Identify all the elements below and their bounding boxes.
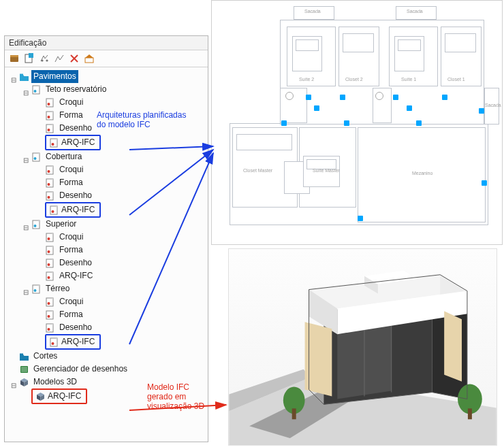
tree-item-label[interactable]: Croqui xyxy=(57,163,85,176)
svg-point-28 xyxy=(34,157,37,160)
svg-rect-41 xyxy=(33,220,40,229)
svg-point-40 xyxy=(52,210,54,213)
tree-item-label[interactable]: Desenho xyxy=(57,321,94,334)
tree-item[interactable]: ⊟Pavimentos xyxy=(9,70,206,83)
tree-item[interactable]: ⊞Croqui xyxy=(9,163,206,176)
tree-item-label[interactable]: ARQ-IFC xyxy=(59,335,97,348)
tree-item-label[interactable]: Forma xyxy=(57,308,85,321)
tree-item[interactable]: ⊞Forma xyxy=(9,244,206,256)
tree-item[interactable]: ⊞ARQ-IFC xyxy=(9,202,206,218)
svg-rect-62 xyxy=(46,311,53,319)
tree-item[interactable]: ⊞ARQ-IFC xyxy=(9,269,206,282)
svg-point-55 xyxy=(48,276,50,279)
label-sacada-l: Sacada xyxy=(304,9,321,14)
tree-item-label[interactable]: Forma xyxy=(57,244,85,256)
svg-rect-11 xyxy=(33,86,40,94)
tree-item-label[interactable]: Desenho xyxy=(57,122,94,135)
sheet-plain-icon xyxy=(45,191,55,201)
tree-item[interactable]: ⊞Gerenciador de desenhos xyxy=(9,363,206,376)
tree-item[interactable]: ⊞Croqui xyxy=(9,231,206,244)
sheet-red-icon xyxy=(45,233,55,242)
svg-point-49 xyxy=(48,250,50,253)
tree-item-label[interactable]: ARQ-IFC xyxy=(46,390,83,403)
expander-icon[interactable]: ⊟ xyxy=(22,86,29,93)
svg-point-5 xyxy=(46,59,48,61)
svg-rect-17 xyxy=(46,112,53,120)
svg-rect-56 xyxy=(33,285,40,293)
sheet-plain-icon xyxy=(45,271,55,281)
label-mezanino: Mezanino xyxy=(412,171,432,176)
toolbar-btn-1[interactable] xyxy=(9,53,20,64)
expander-icon[interactable]: ⊟ xyxy=(22,154,29,161)
tree-item[interactable]: ⊞ARQ-IFC xyxy=(9,135,206,150)
sheet-blue-icon xyxy=(31,152,42,162)
svg-rect-99 xyxy=(468,408,472,419)
svg-rect-26 xyxy=(33,153,40,161)
tree-item-label[interactable]: Teto reservatório xyxy=(44,83,108,96)
expander-icon[interactable]: ⊟ xyxy=(10,73,17,80)
tree-item[interactable]: ⊟Cobertura xyxy=(9,150,206,163)
expander-icon[interactable]: ⊟ xyxy=(22,286,29,293)
svg-rect-32 xyxy=(46,179,53,187)
tree-item[interactable]: ⊞Forma xyxy=(9,308,206,321)
tree-item[interactable]: ⊞Forma xyxy=(9,176,206,189)
tree-item[interactable]: ⊞Croqui xyxy=(9,295,206,308)
tree-item-label[interactable]: ARQ-IFC xyxy=(59,136,97,149)
highlight-box: ARQ-IFC xyxy=(45,334,101,350)
toolbar-btn-2[interactable] xyxy=(24,53,35,64)
svg-point-70 xyxy=(52,342,54,345)
svg-rect-1 xyxy=(10,55,18,57)
tree-item-label[interactable]: Gerenciador de desenhos xyxy=(31,363,129,376)
svg-point-13 xyxy=(34,90,37,93)
svg-rect-38 xyxy=(50,206,57,214)
tree-item-label[interactable]: Forma xyxy=(57,109,85,122)
tree-item[interactable]: ⊟Teto reservatório xyxy=(9,83,206,96)
toolbar-btn-6[interactable] xyxy=(84,53,95,64)
tree-item-label[interactable]: Modelos 3D xyxy=(31,376,79,388)
sheet-red-icon xyxy=(45,310,55,320)
tree-item-label[interactable]: Térreo xyxy=(44,282,72,295)
tree-item-label[interactable]: Desenho xyxy=(57,256,94,269)
tree-item-label[interactable]: Croqui xyxy=(57,231,85,244)
tree-item-label[interactable]: Forma xyxy=(57,176,85,189)
toolbar-btn-4[interactable] xyxy=(54,53,65,64)
sheet-red-icon xyxy=(45,165,55,175)
toolbar-btn-3[interactable] xyxy=(39,53,50,64)
tree-item-label[interactable]: Cobertura xyxy=(44,150,84,163)
expander-icon[interactable]: ⊟ xyxy=(10,379,17,386)
svg-point-61 xyxy=(48,302,50,305)
svg-point-37 xyxy=(48,196,50,199)
toolbar-btn-5[interactable] xyxy=(69,53,80,64)
cube3d-icon xyxy=(35,392,46,401)
highlight-box: ARQ-IFC xyxy=(45,135,101,150)
manager-icon xyxy=(19,365,29,374)
tree-item-label[interactable]: Superior xyxy=(44,218,78,231)
label-sacada-br: Sacada xyxy=(485,103,501,107)
tree-item-label[interactable]: ARQ-IFC xyxy=(57,269,95,282)
building-panel: Edificação ⊟Pavimentos⊟Teto reservatório… xyxy=(4,35,208,442)
folder-cuts-icon xyxy=(19,352,29,361)
tree-item-label[interactable]: Croqui xyxy=(57,295,85,308)
tree-item-label[interactable]: Pavimentos xyxy=(31,70,78,83)
tree-item-label[interactable]: Cortes xyxy=(31,350,59,363)
label-closet-master: Closet Master xyxy=(243,168,272,173)
tree-item[interactable]: ⊟Térreo xyxy=(9,282,206,295)
tree-item-label[interactable]: Desenho xyxy=(57,189,94,202)
tree-item-label[interactable]: ARQ-IFC xyxy=(59,203,97,216)
tree-item[interactable]: ⊟Superior xyxy=(9,218,206,231)
sheet-plain-icon xyxy=(49,138,59,148)
tree-item-label[interactable]: Croqui xyxy=(57,96,85,109)
tree-item[interactable]: ⊞Cortes xyxy=(9,350,206,363)
svg-point-64 xyxy=(48,315,50,318)
tree-item[interactable]: ⊞Croqui xyxy=(9,96,206,109)
label-closet1: Closet 1 xyxy=(447,77,465,82)
tree-item[interactable]: ⊞Desenho xyxy=(9,321,206,334)
cube3d-icon xyxy=(19,378,29,387)
tree-item[interactable]: ⊞Desenho xyxy=(9,256,206,269)
tree-item[interactable]: ⊞ARQ-IFC xyxy=(9,334,206,350)
sheet-red-icon xyxy=(45,246,55,255)
expander-icon[interactable]: ⊟ xyxy=(22,221,29,228)
svg-rect-65 xyxy=(46,324,53,332)
sheet-plain-icon xyxy=(49,205,59,215)
tree-item[interactable]: ⊞Desenho xyxy=(9,189,206,202)
